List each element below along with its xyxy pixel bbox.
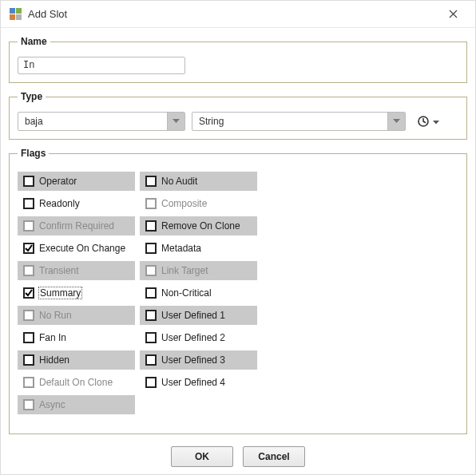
titlebar: Add Slot [1,1,475,28]
flag-hidden[interactable]: Hidden [18,350,135,370]
group-name-legend: Name [18,36,50,47]
checkbox-icon[interactable] [23,287,34,299]
checkbox-icon [23,399,34,410]
flag-confirm-required: Confirm Required [18,216,135,236]
checkbox-icon[interactable] [145,377,157,388]
flag-label: Remove On Clone [161,220,240,232]
flag-user-defined-4[interactable]: User Defined 4 [140,373,257,392]
checkbox-icon[interactable] [145,332,157,343]
checkbox-icon[interactable] [145,310,157,321]
flag-metadata[interactable]: Metadata [140,239,257,258]
flag-fan-in[interactable]: Fan In [18,328,135,347]
flag-user-defined-1[interactable]: User Defined 1 [140,306,257,325]
chevron-down-icon[interactable] [387,113,405,130]
checkbox-icon[interactable] [23,354,34,366]
flag-label: Async [39,399,65,410]
checkbox-icon[interactable] [23,243,34,254]
flag-label: Summary [39,287,81,299]
checkbox-icon[interactable] [23,176,34,187]
dialog-content: Name Type baja String [1,28,475,439]
flag-default-on-clone: Default On Clone [18,373,135,392]
flag-label: Non-Critical [161,287,212,299]
flag-label: User Defined 1 [161,310,225,321]
cancel-button[interactable]: Cancel [243,446,305,467]
chevron-down-icon[interactable] [167,113,184,130]
flag-label: Operator [39,176,77,187]
flag-label: Confirm Required [39,220,114,232]
app-icon [9,8,22,21]
checkbox-icon[interactable] [145,287,157,299]
flag-label: User Defined 2 [161,332,225,343]
checkbox-icon[interactable] [23,198,34,209]
flag-remove-on-clone[interactable]: Remove On Clone [140,216,257,236]
flag-label: Metadata [161,243,201,254]
flag-label: Fan In [39,332,66,343]
flag-label: No Audit [161,176,197,187]
window-title: Add Slot [28,8,437,20]
type-history-button[interactable] [415,113,439,129]
checkbox-icon [145,198,157,209]
history-icon [415,113,431,129]
ok-button[interactable]: OK [171,446,233,467]
flag-label: Execute On Change [39,243,125,254]
checkbox-icon [23,377,34,388]
flag-label: Transient [39,265,79,276]
checkbox-icon[interactable] [23,332,34,343]
flag-non-critical[interactable]: Non-Critical [140,283,257,303]
flag-composite: Composite [140,194,257,213]
flag-label: Hidden [39,354,69,366]
dialog-add-slot: Add Slot Name Type baja String [0,0,476,475]
flag-label: Composite [161,198,207,209]
group-type-legend: Type [18,91,46,102]
flag-label: User Defined 4 [161,377,225,388]
type-module-combo[interactable]: baja [18,112,185,131]
checkbox-icon [23,310,34,321]
checkbox-icon[interactable] [145,220,157,232]
flag-label: Link Target [161,265,208,276]
flag-readonly[interactable]: Readonly [18,194,135,213]
checkbox-icon[interactable] [145,176,157,187]
checkbox-icon [23,265,34,276]
flag-user-defined-3[interactable]: User Defined 3 [140,350,257,370]
flag-no-audit[interactable]: No Audit [140,172,257,191]
flag-async: Async [18,395,135,414]
group-flags: Flags OperatorNo AuditReadonlyCompositeC… [9,148,467,434]
type-name-value: String [192,113,387,130]
checkbox-icon [23,220,34,232]
close-button[interactable] [437,3,469,26]
button-bar: OK Cancel [1,439,475,474]
flag-link-target: Link Target [140,261,257,280]
flag-no-run: No Run [18,306,135,325]
name-input[interactable] [18,57,185,74]
checkbox-icon[interactable] [145,243,157,254]
checkbox-icon[interactable] [145,354,157,366]
type-name-combo[interactable]: String [192,112,406,131]
flag-operator[interactable]: Operator [18,172,135,191]
flag-summary[interactable]: Summary [18,283,135,303]
flag-label: Default On Clone [39,377,113,388]
flags-grid: OperatorNo AuditReadonlyCompositeConfirm… [18,168,458,414]
flag-execute-on-change[interactable]: Execute On Change [18,239,135,258]
flag-transient: Transient [18,261,135,280]
checkbox-icon [145,265,157,276]
flag-label: User Defined 3 [161,354,225,366]
group-type: Type baja String [9,91,467,140]
chevron-down-icon [433,116,439,127]
type-module-value: baja [18,113,167,130]
flag-user-defined-2[interactable]: User Defined 2 [140,328,257,347]
flag-label: No Run [39,310,72,321]
group-flags-legend: Flags [18,148,49,159]
group-name: Name [9,36,467,83]
flag-label: Readonly [39,198,80,209]
